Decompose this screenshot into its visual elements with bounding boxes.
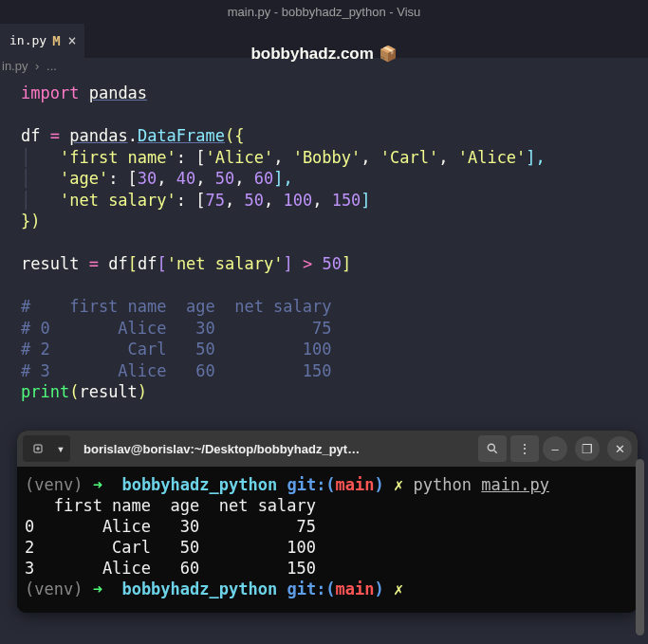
tab-dropdown-button[interactable]: ▾ (51, 435, 70, 462)
new-tab-button[interactable] (23, 435, 51, 462)
tab-modified-indicator: M (52, 33, 60, 48)
close-button[interactable]: ✕ (607, 436, 632, 461)
chevron-right-icon: › (35, 59, 39, 73)
svg-point-3 (488, 444, 494, 451)
menu-button[interactable]: ⋮ (510, 435, 539, 462)
breadcrumb-file[interactable]: in.py (2, 59, 28, 73)
terminal-window: ▾ borislav@borislav:~/Desktop/bobbyhadz_… (17, 431, 638, 613)
tab-filename: in.py (9, 33, 46, 47)
window-title-bar: main.py - bobbyhadz_python - Visu (0, 0, 648, 24)
terminal-title: borislav@borislav:~/Desktop/bobbyhadz_py… (74, 442, 474, 456)
editor-tab-mainpy[interactable]: in.py M × (0, 24, 84, 58)
search-button[interactable] (478, 435, 507, 462)
svg-line-4 (494, 451, 497, 453)
terminal-output[interactable]: (venv) ➜ bobbyhadz_python git:(main) ✗ p… (17, 467, 638, 613)
window-title: main.py - bobbyhadz_python - Visu (228, 5, 421, 19)
minimize-button[interactable]: – (543, 436, 567, 461)
breadcrumb[interactable]: in.py › ... (0, 56, 648, 79)
close-icon[interactable]: × (68, 32, 77, 49)
scrollbar[interactable] (636, 459, 644, 635)
maximize-button[interactable]: ❐ (575, 436, 600, 461)
code-editor[interactable]: import pandas df = pandas.DataFrame({ │ … (0, 79, 648, 403)
editor-tab-bar: in.py M × (0, 24, 648, 58)
breadcrumb-more[interactable]: ... (46, 59, 57, 73)
terminal-header[interactable]: ▾ borislav@borislav:~/Desktop/bobbyhadz_… (17, 431, 638, 467)
